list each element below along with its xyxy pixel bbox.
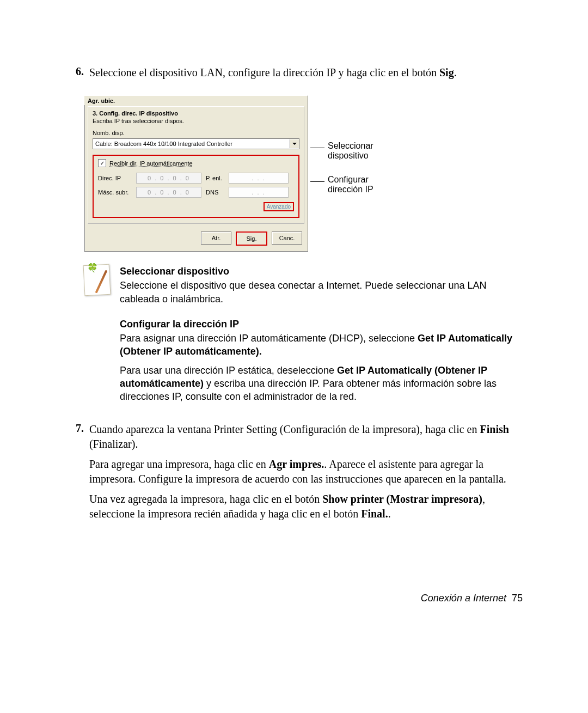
step-6-text-b: Sig (439, 66, 454, 78)
ip-address-label: Direc. IP (98, 175, 136, 181)
callout-config-ip-2: dirección IP (328, 185, 373, 194)
s7-p3e: . (388, 508, 391, 520)
note-title-1: Seleccionar dispositivo (120, 265, 523, 278)
s7-p1b: Finish (480, 423, 509, 435)
s7-p3d: Final. (361, 508, 388, 520)
s7-p2b: Agr impres. (269, 458, 324, 470)
add-location-dialog: Agr. ubic. 3. Config. direc. IP disposit… (84, 95, 308, 252)
step-7-body: Cuando aparezca la ventana Printer Setti… (89, 422, 523, 527)
cancel-button[interactable]: Canc. (272, 231, 302, 245)
s7-p1c: (Finalizar). (89, 438, 138, 450)
note-icon: 🍀 (84, 265, 110, 295)
auto-ip-checkbox[interactable]: ✓ (98, 159, 106, 167)
dns-label: DNS (201, 189, 229, 196)
dialog-heading: 3. Config. direc. IP dispositivo (93, 110, 299, 117)
step-6: 6. Seleccione el dispositivo LAN, config… (65, 65, 523, 86)
combo-dropdown-button[interactable] (290, 139, 299, 148)
subnet-mask-label: Másc. subr. (98, 189, 136, 196)
dialog-title: Agr. ubic. (84, 96, 308, 105)
s7-p3b: Show printer (Mostrar impresora) (322, 493, 482, 505)
device-combo[interactable]: Cable: Broadcom 440x 10/100 Integrated C… (93, 138, 299, 149)
note-p3a: Para usar una dirección IP estática, des… (120, 365, 337, 376)
ip-config-highlight: ✓ Recibir dir. IP automáticamente Direc.… (93, 155, 299, 218)
ip-address-input[interactable]: 0 . 0 . 0 . 0 (136, 173, 201, 184)
chevron-down-icon (292, 142, 297, 146)
gateway-label: P. enl. (201, 175, 229, 181)
step-6-text-c: . (454, 66, 457, 78)
s7-p2a: Para agregar una impresora, haga clic en (89, 458, 269, 470)
step-6-number: 6. (65, 65, 89, 86)
s7-p1a: Cuando aparezca la ventana Printer Setti… (89, 423, 480, 435)
step-7: 7. Cuando aparezca la ventana Printer Se… (65, 422, 523, 527)
footer-label: Conexión a Internet (421, 593, 506, 604)
step-6-text-a: Seleccione el dispositivo LAN, configure… (89, 66, 439, 78)
back-button[interactable]: Atr. (201, 231, 231, 245)
note-block: 🍀 Seleccionar dispositivo Seleccione el … (84, 265, 523, 409)
dialog-subheading: Escriba IP tras seleccionar dispos. (93, 118, 299, 124)
advanced-button[interactable]: Avanzado (264, 202, 294, 211)
callout-select-device-2: dispositivo (328, 151, 373, 161)
note-p2a: Para asignar una dirección IP automática… (120, 333, 418, 344)
device-combo-value: Cable: Broadcom 440x 10/100 Integrated C… (93, 141, 290, 147)
footer-page: 75 (512, 593, 523, 604)
note-p1: Seleccione el dispositivo que desea cone… (120, 279, 523, 306)
subnet-mask-input[interactable]: 0 . 0 . 0 . 0 (136, 187, 201, 198)
next-button[interactable]: Sig. (236, 231, 267, 246)
step-6-body: Seleccione el dispositivo LAN, configure… (89, 65, 523, 86)
step-7-number: 7. (65, 422, 89, 527)
auto-ip-label: Recibir dir. IP automáticamente (109, 160, 193, 167)
s7-p3a: Una vez agregada la impresora, haga clic… (89, 493, 322, 505)
callout-config-ip-1: Configurar (328, 175, 373, 185)
dns-input[interactable]: . . . (229, 187, 289, 198)
device-name-label: Nomb. disp. (93, 130, 299, 136)
gateway-input[interactable]: . . . (229, 173, 289, 184)
page-footer: Conexión a Internet 75 (421, 593, 523, 604)
note-title-2: Configurar la dirección IP (120, 318, 523, 331)
dialog-screenshot: Agr. ubic. 3. Config. direc. IP disposit… (84, 95, 523, 252)
callout-select-device-1: Seleccionar (328, 141, 373, 151)
